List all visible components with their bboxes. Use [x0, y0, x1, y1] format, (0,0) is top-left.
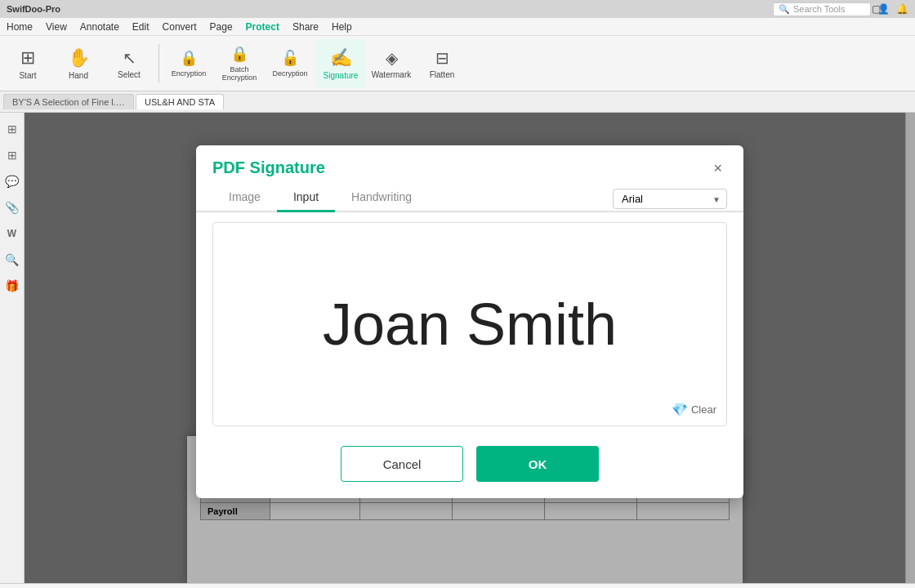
tool-signature-label: Signature [324, 71, 359, 80]
signature-canvas[interactable]: Joan Smith 💎 Clear [212, 222, 727, 426]
top-right-bar: 🔍 Search Tools 👤 🔔 [773, 0, 915, 18]
signature-text: Joan Smith [323, 291, 617, 358]
decryption-icon: 🔓 [281, 49, 299, 67]
cancel-button[interactable]: Cancel [341, 446, 463, 482]
tab-bar: BY'S A Selection of Fine l...pdf USL&H A… [0, 91, 915, 113]
user-icon[interactable]: 👤 [877, 3, 890, 15]
font-select-wrapper: Arial Times New Roman Courier New Georgi… [613, 189, 727, 209]
font-selector: Arial Times New Roman Courier New Georgi… [613, 189, 727, 209]
select-icon: ↖ [123, 48, 136, 68]
sidebar-icon-attachments[interactable]: 📎 [2, 198, 22, 217]
tool-start[interactable]: ⊞ Start [3, 39, 52, 88]
menu-bar: Home View Annotate Edit Convert Page Pro… [0, 18, 915, 36]
tool-hand-label: Hand [69, 71, 88, 80]
tool-select-label: Select [118, 70, 141, 79]
tool-encryption-label: Encryption [172, 69, 207, 78]
sidebar-icon-gift[interactable]: 🎁 [2, 276, 22, 296]
tool-signature[interactable]: ✍ Signature [316, 39, 365, 88]
watermark-icon: ◈ [386, 48, 398, 68]
menu-edit[interactable]: Edit [132, 21, 150, 33]
tab-doc2[interactable]: USL&H AND STA [136, 94, 224, 109]
tool-hand[interactable]: ✋ Hand [54, 39, 103, 88]
tool-encryption[interactable]: 🔒 Encryption [164, 39, 213, 88]
clear-button[interactable]: 💎 Clear [672, 402, 716, 417]
modal-header: PDF Signature × [196, 145, 743, 184]
menu-share[interactable]: Share [292, 21, 319, 33]
window-title: SwifDoo-Pro [0, 4, 60, 14]
clear-icon: 💎 [672, 402, 688, 417]
search-placeholder: Search Tools [793, 4, 845, 14]
sidebar: ⊞ ⊞ 💬 📎 W 🔍 🎁 [0, 113, 25, 583]
start-icon: ⊞ [20, 47, 35, 69]
sidebar-icon-pages[interactable]: ⊞ [2, 145, 22, 165]
tool-flatten[interactable]: ⊟ Flatten [417, 39, 466, 88]
modal-close-button[interactable]: × [708, 159, 727, 177]
menu-home[interactable]: Home [7, 21, 33, 33]
font-dropdown[interactable]: Arial Times New Roman Courier New Georgi… [613, 189, 727, 209]
search-icon: 🔍 [779, 4, 790, 15]
encryption-icon: 🔒 [180, 49, 198, 67]
sidebar-icon-home[interactable]: ⊞ [2, 119, 22, 139]
tool-decryption[interactable]: 🔓 Decryption [266, 39, 315, 88]
sidebar-icon-text[interactable]: W [2, 224, 22, 243]
menu-view[interactable]: View [46, 21, 67, 33]
notification-icon[interactable]: 🔔 [896, 3, 908, 15]
menu-page[interactable]: Page [210, 21, 233, 33]
menu-help[interactable]: Help [332, 21, 352, 33]
hand-icon: ✋ [68, 47, 90, 69]
tool-watermark-label: Watermark [372, 70, 412, 79]
separator-1 [158, 44, 159, 83]
modal-title: PDF Signature [212, 158, 325, 177]
document-area: SECTION A: TOTAL PRIOR PAYROLL AND PREMI… [25, 113, 915, 583]
tab-handwriting[interactable]: Handwriting [335, 184, 428, 212]
tool-watermark[interactable]: ◈ Watermark [367, 39, 416, 88]
sidebar-icon-search[interactable]: 🔍 [2, 250, 22, 270]
tool-decryption-label: Decryption [272, 69, 307, 78]
menu-protect[interactable]: Protect [246, 21, 279, 33]
modal-footer: Cancel OK [196, 436, 743, 498]
main-area: ⊞ ⊞ 💬 📎 W 🔍 🎁 SECTION A: TOTAL PRIOR PAY… [0, 113, 915, 583]
modal-overlay: PDF Signature × Image Input Handwriting … [25, 113, 915, 583]
status-bar: Sidebar + - ⏮ ◀ / 4 ▶ ⏭ ⊞ ⊡ ⊟ ⊓ - 125% + [0, 583, 915, 588]
clear-label: Clear [691, 403, 716, 416]
tab-input[interactable]: Input [277, 184, 335, 212]
tab-doc1[interactable]: BY'S A Selection of Fine l...pdf [3, 94, 134, 109]
tool-flatten-label: Flatten [430, 70, 455, 79]
flatten-icon: ⊟ [435, 48, 449, 68]
tab-image[interactable]: Image [212, 184, 277, 212]
tool-batch-encryption[interactable]: 🔒 Batch Encryption [215, 39, 264, 88]
menu-annotate[interactable]: Annotate [80, 21, 119, 33]
pdf-signature-modal: PDF Signature × Image Input Handwriting … [196, 145, 743, 498]
tool-batch-encryption-label: Batch Encryption [218, 65, 261, 82]
sidebar-icon-comments[interactable]: 💬 [2, 172, 22, 191]
tool-start-label: Start [19, 71, 36, 80]
menu-convert[interactable]: Convert [163, 21, 197, 33]
search-box[interactable]: 🔍 Search Tools [773, 2, 871, 16]
ok-button[interactable]: OK [476, 446, 599, 482]
signature-icon: ✍ [330, 47, 352, 69]
tool-select[interactable]: ↖ Select [105, 39, 154, 88]
toolbar: ⊞ Start ✋ Hand ↖ Select 🔒 Encryption 🔒 B… [0, 36, 915, 91]
batch-encryption-icon: 🔒 [230, 45, 248, 63]
modal-tabs: Image Input Handwriting Arial Times New … [196, 184, 743, 212]
